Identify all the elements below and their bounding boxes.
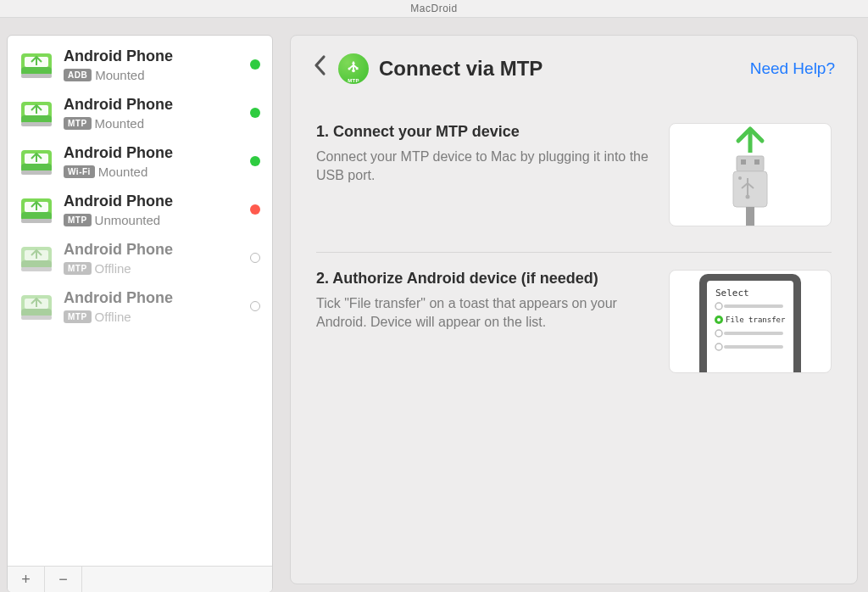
svg-rect-30 [754, 159, 760, 165]
svg-rect-29 [741, 159, 746, 165]
svg-rect-19 [21, 267, 52, 271]
svg-rect-28 [737, 156, 764, 171]
device-sidebar: Android PhoneADBMounted Android PhoneMTP… [7, 35, 273, 592]
svg-point-40 [717, 318, 721, 321]
device-disk-icon [19, 48, 53, 81]
device-item[interactable]: Android PhoneMTPMounted [8, 89, 272, 137]
main-header: MTP Connect via MTP Need Help? [291, 44, 857, 106]
device-name: Android Phone [64, 144, 243, 162]
device-state: Mounted [95, 116, 144, 131]
device-state: Offline [95, 310, 131, 324]
device-disk-icon [19, 193, 53, 226]
illus-file-transfer-label: File transfer [726, 316, 786, 324]
authorize-illustration: Select File transfer [669, 270, 832, 373]
device-disk-icon [19, 145, 53, 177]
svg-marker-27 [352, 60, 355, 63]
device-name: Android Phone [64, 96, 243, 114]
window-titlebar: MacDroid [0, 0, 868, 18]
protocol-badge: MTP [64, 262, 92, 275]
svg-rect-7 [21, 122, 52, 126]
step-1-title: 1. Connect your MTP device [316, 123, 652, 141]
device-state: Offline [95, 261, 131, 276]
remove-device-button[interactable]: − [45, 567, 82, 592]
svg-rect-11 [21, 170, 52, 175]
step-1: 1. Connect your MTP device Connect your … [316, 106, 832, 252]
protocol-badge: MTP [64, 310, 92, 323]
svg-point-25 [348, 67, 351, 70]
svg-rect-26 [356, 67, 359, 70]
svg-rect-15 [21, 219, 52, 223]
mtp-label: MTP [338, 78, 369, 83]
main-panel: MTP Connect via MTP Need Help? 1. Connec… [290, 35, 858, 584]
step-2: 2. Authorize Android device (if needed) … [316, 252, 832, 399]
step-2-desc: Tick "File transfer" on a toast that app… [316, 294, 652, 331]
svg-rect-3 [21, 74, 52, 78]
status-indicator [250, 59, 260, 70]
svg-point-32 [738, 176, 742, 180]
device-item[interactable]: Android PhoneMTPOffline [8, 234, 272, 282]
sidebar-footer: + − [8, 566, 272, 592]
device-name: Android Phone [64, 289, 243, 307]
device-disk-icon [19, 290, 53, 322]
device-list: Android PhoneADBMounted Android PhoneMTP… [8, 36, 272, 566]
protocol-badge: ADB [64, 69, 92, 81]
device-name: Android Phone [64, 193, 243, 210]
device-item[interactable]: Android PhoneMTPUnmounted [8, 186, 272, 234]
device-name: Android Phone [64, 47, 243, 65]
step-1-desc: Connect your MTP device to Mac by pluggi… [316, 148, 652, 184]
step-2-title: 2. Authorize Android device (if needed) [316, 270, 652, 288]
protocol-badge: Wi-Fi [64, 165, 95, 178]
svg-rect-31 [733, 171, 767, 207]
mtp-icon: MTP [338, 53, 369, 84]
device-item[interactable]: Android PhoneMTPOffline [8, 282, 272, 331]
status-indicator [250, 204, 260, 215]
device-disk-icon [19, 242, 53, 274]
need-help-link[interactable]: Need Help? [750, 59, 835, 78]
back-button[interactable] [309, 51, 335, 86]
svg-point-33 [746, 195, 750, 199]
status-indicator [250, 301, 260, 311]
device-disk-icon [19, 97, 53, 129]
svg-rect-23 [21, 316, 52, 320]
page-title: Connect via MTP [379, 57, 542, 81]
device-name: Android Phone [64, 241, 243, 259]
protocol-badge: MTP [64, 117, 92, 130]
status-indicator [250, 253, 260, 263]
device-item[interactable]: Android PhoneADBMounted [8, 41, 272, 89]
svg-point-24 [352, 69, 355, 72]
protocol-badge: MTP [64, 214, 92, 226]
status-indicator [250, 156, 260, 166]
usb-illustration [669, 123, 832, 226]
svg-rect-34 [746, 207, 754, 226]
device-state: Unmounted [95, 213, 161, 227]
device-item[interactable]: Android PhoneWi-FiMounted [8, 137, 272, 186]
status-indicator [250, 108, 260, 118]
add-device-button[interactable]: + [8, 567, 45, 592]
device-state: Mounted [98, 165, 147, 179]
device-state: Mounted [95, 68, 144, 82]
illus-select-label: Select [715, 288, 749, 299]
chevron-left-icon [313, 54, 326, 76]
